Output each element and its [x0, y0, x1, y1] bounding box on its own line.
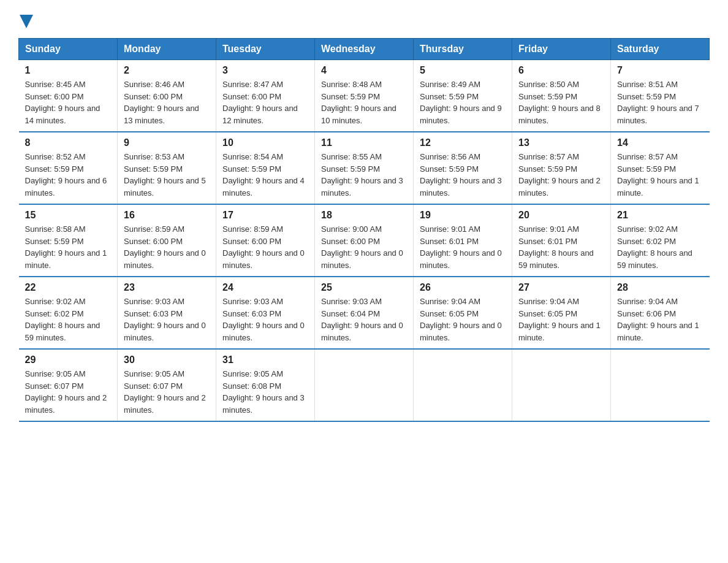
day-info: Sunrise: 8:52 AMSunset: 5:59 PMDaylight:… — [25, 152, 107, 197]
day-number: 30 — [124, 354, 210, 366]
calendar-cell: 19 Sunrise: 9:01 AMSunset: 6:01 PMDaylig… — [414, 204, 512, 277]
week-row-4: 22 Sunrise: 9:02 AMSunset: 6:02 PMDaylig… — [19, 277, 710, 349]
day-number: 2 — [124, 65, 210, 76]
week-row-5: 29 Sunrise: 9:05 AMSunset: 6:07 PMDaylig… — [19, 349, 710, 421]
day-info: Sunrise: 9:03 AMSunset: 6:03 PMDaylight:… — [124, 297, 206, 342]
day-info: Sunrise: 8:51 AMSunset: 5:59 PMDaylight:… — [617, 80, 699, 125]
calendar-cell: 5 Sunrise: 8:49 AMSunset: 5:59 PMDayligh… — [414, 60, 512, 132]
day-number: 4 — [321, 65, 407, 76]
calendar-cell: 15 Sunrise: 8:58 AMSunset: 5:59 PMDaylig… — [19, 204, 118, 277]
calendar-cell: 23 Sunrise: 9:03 AMSunset: 6:03 PMDaylig… — [118, 277, 216, 349]
day-number: 5 — [420, 65, 506, 76]
calendar-cell — [315, 349, 414, 421]
day-info: Sunrise: 9:04 AMSunset: 6:06 PMDaylight:… — [617, 297, 699, 342]
day-number: 28 — [617, 282, 703, 293]
week-row-2: 8 Sunrise: 8:52 AMSunset: 5:59 PMDayligh… — [19, 132, 710, 204]
day-number: 27 — [518, 282, 604, 293]
logo — [18, 12, 33, 28]
day-number: 10 — [222, 137, 308, 148]
calendar-cell — [512, 349, 611, 421]
calendar-cell: 10 Sunrise: 8:54 AMSunset: 5:59 PMDaylig… — [216, 132, 315, 204]
day-info: Sunrise: 9:02 AMSunset: 6:02 PMDaylight:… — [617, 224, 692, 270]
calendar-cell: 30 Sunrise: 9:05 AMSunset: 6:07 PMDaylig… — [118, 349, 216, 421]
calendar-cell: 17 Sunrise: 8:59 AMSunset: 6:00 PMDaylig… — [216, 204, 315, 277]
calendar-cell: 9 Sunrise: 8:53 AMSunset: 5:59 PMDayligh… — [118, 132, 216, 204]
header-day-friday: Friday — [512, 39, 611, 60]
day-info: Sunrise: 9:04 AMSunset: 6:05 PMDaylight:… — [420, 297, 502, 342]
day-number: 15 — [25, 210, 112, 221]
calendar-cell: 13 Sunrise: 8:57 AMSunset: 5:59 PMDaylig… — [512, 132, 611, 204]
calendar-cell: 26 Sunrise: 9:04 AMSunset: 6:05 PMDaylig… — [414, 277, 512, 349]
calendar-cell: 22 Sunrise: 9:02 AMSunset: 6:02 PMDaylig… — [19, 277, 118, 349]
calendar-cell: 14 Sunrise: 8:57 AMSunset: 5:59 PMDaylig… — [611, 132, 710, 204]
day-info: Sunrise: 8:47 AMSunset: 6:00 PMDaylight:… — [222, 80, 298, 125]
calendar-cell — [611, 349, 710, 421]
calendar-cell: 28 Sunrise: 9:04 AMSunset: 6:06 PMDaylig… — [611, 277, 710, 349]
calendar-cell: 16 Sunrise: 8:59 AMSunset: 6:00 PMDaylig… — [118, 204, 216, 277]
day-info: Sunrise: 9:01 AMSunset: 6:01 PMDaylight:… — [420, 224, 502, 270]
header-day-tuesday: Tuesday — [216, 39, 315, 60]
calendar-cell: 21 Sunrise: 9:02 AMSunset: 6:02 PMDaylig… — [611, 204, 710, 277]
day-number: 11 — [321, 137, 407, 148]
day-info: Sunrise: 8:46 AMSunset: 6:00 PMDaylight:… — [124, 80, 199, 125]
calendar-cell: 27 Sunrise: 9:04 AMSunset: 6:05 PMDaylig… — [512, 277, 611, 349]
calendar-table: SundayMondayTuesdayWednesdayThursdayFrid… — [18, 38, 710, 422]
day-info: Sunrise: 9:04 AMSunset: 6:05 PMDaylight:… — [518, 297, 601, 342]
header-day-sunday: Sunday — [19, 39, 118, 60]
day-number: 18 — [321, 210, 407, 221]
header-day-saturday: Saturday — [611, 39, 710, 60]
day-number: 13 — [518, 137, 604, 148]
day-info: Sunrise: 8:59 AMSunset: 6:00 PMDaylight:… — [124, 224, 206, 270]
day-number: 12 — [420, 137, 506, 148]
header-day-thursday: Thursday — [414, 39, 512, 60]
calendar-cell: 18 Sunrise: 9:00 AMSunset: 6:00 PMDaylig… — [315, 204, 414, 277]
day-info: Sunrise: 9:02 AMSunset: 6:02 PMDaylight:… — [25, 297, 100, 342]
day-info: Sunrise: 9:03 AMSunset: 6:04 PMDaylight:… — [321, 297, 403, 342]
header-day-wednesday: Wednesday — [315, 39, 414, 60]
day-number: 23 — [124, 282, 210, 293]
header-day-monday: Monday — [118, 39, 216, 60]
day-info: Sunrise: 9:03 AMSunset: 6:03 PMDaylight:… — [222, 297, 305, 342]
day-number: 31 — [222, 354, 308, 366]
day-number: 6 — [518, 65, 604, 76]
day-number: 20 — [518, 210, 604, 221]
day-number: 14 — [617, 137, 703, 148]
day-number: 21 — [617, 210, 703, 221]
day-info: Sunrise: 8:58 AMSunset: 5:59 PMDaylight:… — [25, 224, 107, 270]
day-info: Sunrise: 8:53 AMSunset: 5:59 PMDaylight:… — [124, 152, 206, 197]
day-number: 9 — [124, 137, 210, 148]
day-number: 17 — [222, 210, 308, 221]
calendar-header: SundayMondayTuesdayWednesdayThursdayFrid… — [19, 39, 710, 60]
svg-marker-0 — [20, 15, 33, 28]
day-info: Sunrise: 8:57 AMSunset: 5:59 PMDaylight:… — [617, 152, 699, 197]
calendar-cell: 1 Sunrise: 8:45 AMSunset: 6:00 PMDayligh… — [19, 60, 118, 132]
day-number: 3 — [222, 65, 308, 76]
day-info: Sunrise: 8:49 AMSunset: 5:59 PMDaylight:… — [420, 80, 502, 125]
day-info: Sunrise: 8:50 AMSunset: 5:59 PMDaylight:… — [518, 80, 601, 125]
logo-triangle-icon — [20, 15, 33, 28]
day-info: Sunrise: 8:56 AMSunset: 5:59 PMDaylight:… — [420, 152, 502, 197]
day-info: Sunrise: 8:59 AMSunset: 6:00 PMDaylight:… — [222, 224, 305, 270]
day-info: Sunrise: 8:55 AMSunset: 5:59 PMDaylight:… — [321, 152, 403, 197]
calendar-cell: 20 Sunrise: 9:01 AMSunset: 6:01 PMDaylig… — [512, 204, 611, 277]
day-info: Sunrise: 8:57 AMSunset: 5:59 PMDaylight:… — [518, 152, 601, 197]
week-row-3: 15 Sunrise: 8:58 AMSunset: 5:59 PMDaylig… — [19, 204, 710, 277]
day-number: 26 — [420, 282, 506, 293]
calendar-cell: 7 Sunrise: 8:51 AMSunset: 5:59 PMDayligh… — [611, 60, 710, 132]
calendar-cell: 6 Sunrise: 8:50 AMSunset: 5:59 PMDayligh… — [512, 60, 611, 132]
day-info: Sunrise: 9:01 AMSunset: 6:01 PMDaylight:… — [518, 224, 594, 270]
calendar-cell: 4 Sunrise: 8:48 AMSunset: 5:59 PMDayligh… — [315, 60, 414, 132]
day-info: Sunrise: 8:48 AMSunset: 5:59 PMDaylight:… — [321, 80, 396, 125]
day-info: Sunrise: 9:00 AMSunset: 6:00 PMDaylight:… — [321, 224, 403, 270]
day-info: Sunrise: 8:54 AMSunset: 5:59 PMDaylight:… — [222, 152, 305, 197]
calendar-cell: 24 Sunrise: 9:03 AMSunset: 6:03 PMDaylig… — [216, 277, 315, 349]
day-number: 1 — [25, 65, 112, 76]
page-header — [18, 12, 710, 28]
calendar-cell: 8 Sunrise: 8:52 AMSunset: 5:59 PMDayligh… — [19, 132, 118, 204]
day-number: 29 — [25, 354, 112, 366]
calendar-cell: 3 Sunrise: 8:47 AMSunset: 6:00 PMDayligh… — [216, 60, 315, 132]
day-number: 19 — [420, 210, 506, 221]
header-row: SundayMondayTuesdayWednesdayThursdayFrid… — [19, 39, 710, 60]
calendar-cell: 31 Sunrise: 9:05 AMSunset: 6:08 PMDaylig… — [216, 349, 315, 421]
calendar-cell: 29 Sunrise: 9:05 AMSunset: 6:07 PMDaylig… — [19, 349, 118, 421]
